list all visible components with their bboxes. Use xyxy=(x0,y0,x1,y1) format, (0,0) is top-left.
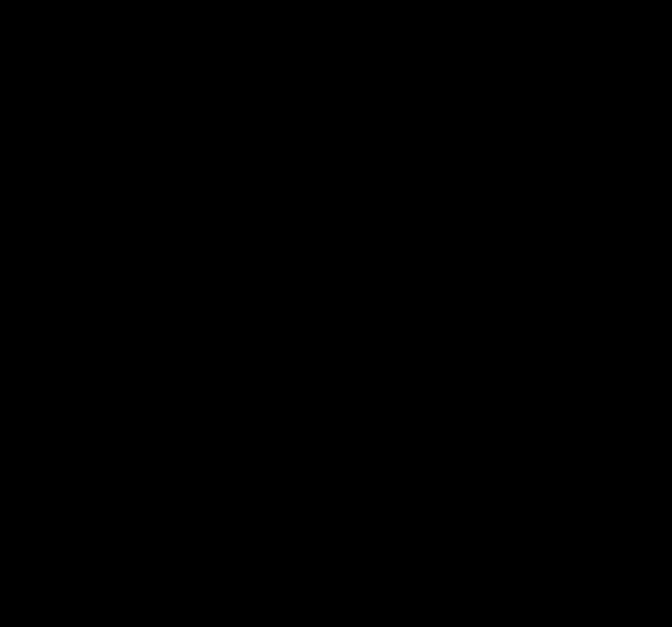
plot-canvas xyxy=(0,0,672,627)
inca-tof-plot-screen xyxy=(0,0,672,627)
